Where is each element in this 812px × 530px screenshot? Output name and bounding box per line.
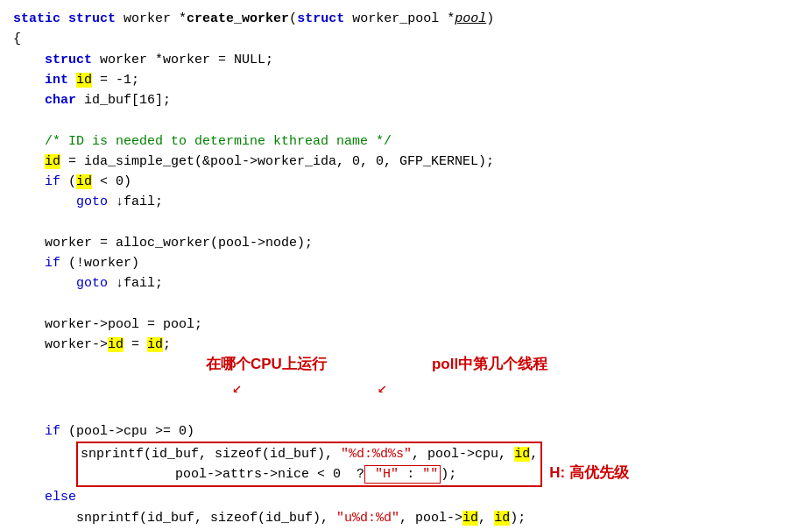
- code-container: static struct worker *create_worker(stru…: [13, 9, 799, 530]
- highlight-id5: id: [147, 337, 163, 352]
- highlighted-snprintf-block: snprintf(id_buf, sizeof(id_buf), "%d:%d%…: [76, 442, 542, 488]
- param-pool: pool: [455, 11, 486, 26]
- highlight-id7: id: [462, 511, 478, 526]
- annotation-row: 在哪个CPU上运行 poll中第几个线程: [206, 353, 799, 376]
- highlight-id8: id: [494, 511, 510, 526]
- function-name: create_worker: [187, 11, 289, 26]
- arrow-down-right: ↙: [378, 377, 387, 401]
- highlight-id3: id: [76, 174, 92, 189]
- arrow-row: ↙ ↙: [232, 377, 799, 401]
- highlight-id4: id: [108, 337, 124, 352]
- highlight-id1: id: [76, 73, 92, 88]
- code-display2: if (pool->cpu >= 0) snprintf(id_buf, siz…: [13, 400, 799, 530]
- highlight-id2: id: [45, 154, 60, 169]
- keyword-int: int: [45, 73, 68, 88]
- h-string-box: "H" : "": [364, 465, 441, 484]
- keyword-struct2: struct: [297, 11, 344, 26]
- highlight-id6: id: [514, 447, 530, 462]
- keyword-struct3: struct: [45, 53, 92, 67]
- keyword-static: static: [13, 11, 60, 26]
- keyword-char: char: [45, 93, 76, 108]
- poll-annotation: poll中第几个线程: [432, 353, 547, 376]
- keyword-struct: struct: [68, 11, 116, 26]
- arrow-down-left: ↙: [232, 377, 242, 401]
- code-display: static struct worker *create_worker(stru…: [13, 9, 799, 355]
- h-annotation: H: 高优先级: [549, 464, 629, 481]
- cpu-annotation: 在哪个CPU上运行: [206, 353, 327, 376]
